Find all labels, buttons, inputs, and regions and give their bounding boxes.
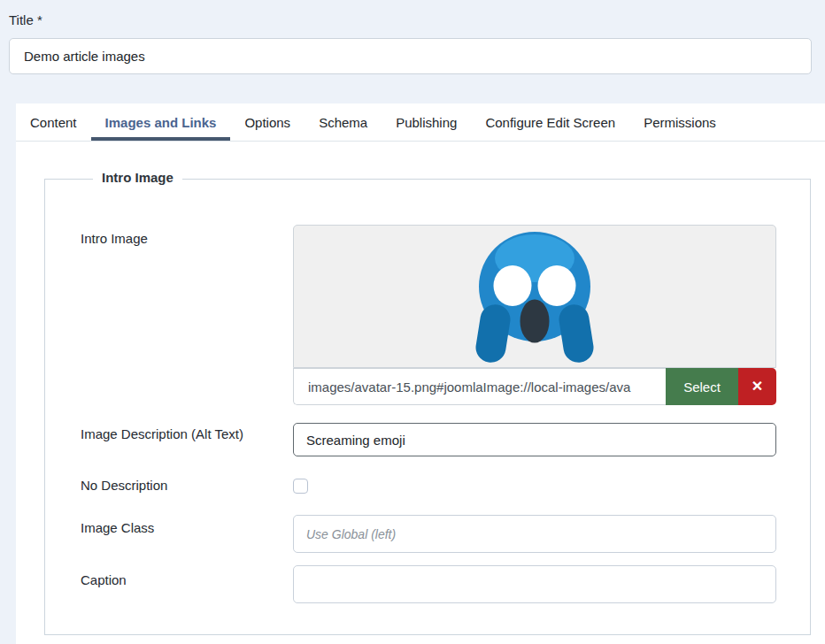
caption-input[interactable] <box>293 565 776 603</box>
fieldset-legend: Intro Image <box>93 170 182 185</box>
tab-images-and-links[interactable]: Images and Links <box>91 104 231 141</box>
edit-form-panel: Content Images and Links Options Schema … <box>16 104 825 644</box>
image-class-input[interactable] <box>293 515 776 553</box>
tab-schema[interactable]: Schema <box>305 104 382 141</box>
alt-text-input[interactable] <box>293 423 776 456</box>
tab-content[interactable]: Content <box>16 104 91 141</box>
intro-image-label: Intro Image <box>81 231 148 246</box>
title-input[interactable] <box>9 38 812 74</box>
image-path-input-group: Select ✕ <box>293 368 776 405</box>
no-description-label: No Description <box>81 478 167 493</box>
image-class-label: Image Class <box>81 520 154 535</box>
intro-image-fieldset: Intro Image Intro Image Select ✕ <box>44 179 811 635</box>
tab-permissions[interactable]: Permissions <box>629 104 730 141</box>
screaming-emoji-image <box>474 228 596 364</box>
title-label: Title * <box>9 12 42 27</box>
tab-options[interactable]: Options <box>230 104 305 141</box>
article-edit-page: { "title_field": { "label": "Title *", "… <box>0 0 825 644</box>
intro-image-preview <box>293 225 776 368</box>
image-path-input[interactable] <box>293 368 666 405</box>
select-image-button[interactable]: Select <box>666 368 738 405</box>
alt-text-label: Image Description (Alt Text) <box>81 426 243 441</box>
caption-label: Caption <box>81 572 127 587</box>
clear-image-button[interactable]: ✕ <box>738 368 776 405</box>
tab-publishing[interactable]: Publishing <box>382 104 471 141</box>
no-description-checkbox[interactable] <box>293 479 308 494</box>
tab-bar: Content Images and Links Options Schema … <box>16 104 825 142</box>
tab-configure-edit-screen[interactable]: Configure Edit Screen <box>471 104 629 141</box>
